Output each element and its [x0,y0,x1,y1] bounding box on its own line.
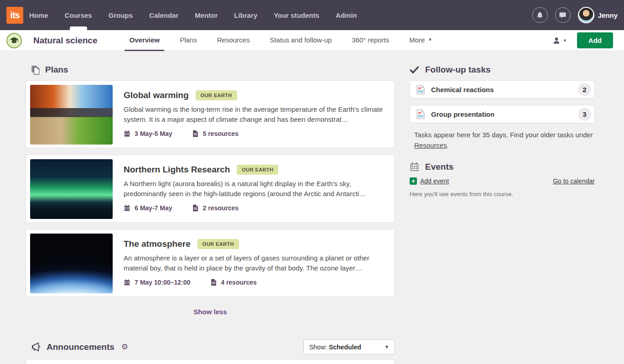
events-actions-row: + Add event Go to calendar [410,177,595,185]
plan-card-northern-lights[interactable]: Northern Lights Research OUR EARTH A Nor… [26,155,395,223]
followup-note-text: Tasks appear here for 35 days. Find your… [414,131,593,139]
nav-right-controls: Jenny [525,7,618,23]
tab-overview[interactable]: Overview [125,30,164,51]
calendar-icon [124,204,130,211]
assignment-icon [416,85,425,94]
announcements-header-row: Announcements ⚙ Show: Scheduled ▼ [26,339,395,354]
active-nav-indicator [70,26,87,30]
plan-card-the-atmosphere[interactable]: The atmosphere OUR EARTH An atmosphere i… [26,229,395,297]
followup-heading: Follow-up tasks [425,65,491,75]
topic-badge: OUR EARTH [196,90,237,100]
document-icon [192,130,198,137]
plan-card-body: The atmosphere OUR EARTH An atmosphere i… [124,234,390,292]
plans-section-header: Plans [26,65,395,75]
followup-note: Tasks appear here for 35 days. Find your… [414,130,595,151]
events-section-header: Events [410,162,595,172]
nav-item-library[interactable]: Library [234,11,257,19]
topic-badge: OUR EARTH [237,165,278,175]
main-menu: Home Courses Groups Calendar Mentor Libr… [29,11,374,19]
nav-item-courses[interactable]: Courses [65,11,92,19]
user-name[interactable]: Jenny [598,11,618,19]
plan-title[interactable]: The atmosphere [124,239,191,249]
show-less-link[interactable]: Show less [26,308,395,316]
plan-resources: 4 resources [211,279,257,286]
tab-more-label: More [409,36,425,44]
task-group-presentation[interactable]: Group presentation 3 [410,105,595,123]
task-chemical-reactions[interactable]: Chemical reactions 2 [410,80,595,99]
plans-pages-icon [31,65,40,75]
plan-date: 7 May 10:00–12:00 [124,279,190,286]
plan-title[interactable]: Northern Lights Research [124,165,230,175]
plan-image-global-warming [30,85,113,145]
plan-description: A Northern light (aurora borealis) is a … [124,179,390,199]
tab-plans[interactable]: Plans [175,30,202,51]
notifications-button[interactable] [532,7,548,23]
calendar-icon [124,130,130,137]
plan-description: An atmosphere is a layer or a set of lay… [124,253,390,273]
document-icon [211,279,217,286]
graduation-cap-icon [10,36,19,45]
filter-label: Show: [309,343,327,351]
nav-item-admin[interactable]: Admin [336,11,357,19]
add-event-button[interactable]: + Add event [410,177,449,185]
task-title: Chemical reactions [431,86,494,94]
course-bar-right: ▼ Add [552,32,613,48]
sidebar-column: Follow-up tasks Chemical reactions 2 Gro… [410,65,595,364]
tab-more[interactable]: More ▼ [405,30,437,51]
topic-badge: OUR EARTH [198,239,239,249]
announcements-settings-gear-icon[interactable]: ⚙ [121,343,128,351]
checkmark-icon [410,66,419,74]
chat-bubble-icon [559,11,567,19]
messages-button[interactable] [555,7,571,23]
nav-item-groups[interactable]: Groups [109,11,133,19]
course-tabs: Overview Plans Resources Status and foll… [119,30,442,51]
add-button[interactable]: Add [577,32,613,48]
plan-description: Global warming is the long-term rise in … [124,104,390,125]
plans-heading: Plans [45,65,68,75]
chevron-down-icon: ▼ [563,38,567,43]
nav-item-mentor[interactable]: Mentor [195,11,218,19]
plan-resources-label: 5 resources [203,130,239,137]
chevron-down-icon: ▼ [385,344,389,349]
plan-date: 6 May-7 May [124,204,172,212]
document-icon [192,204,198,212]
task-title: Group presentation [431,110,494,118]
task-count-badge: 2 [578,83,591,96]
course-icon[interactable] [6,33,22,48]
calendar-icon [124,279,130,286]
tab-status-follow-up[interactable]: Status and follow-up [265,30,336,51]
plus-icon: + [410,177,417,185]
calendar-icon [410,162,419,172]
plan-card-body: Global warming OUR EARTH Global warming … [124,85,390,144]
itslearning-logo[interactable]: its [6,7,23,24]
user-avatar[interactable] [578,7,594,23]
nav-item-your-students[interactable]: Your students [274,11,319,19]
nav-item-calendar[interactable]: Calendar [149,11,178,19]
followup-section-header: Follow-up tasks [410,65,595,75]
person-icon [552,36,561,45]
chevron-down-icon: ▼ [428,37,432,42]
filter-value: Scheduled [329,343,361,351]
tab-360-reports[interactable]: 360° reports [347,30,394,51]
participants-menu-button[interactable]: ▼ [552,36,567,45]
goto-calendar-link[interactable]: Go to calendar [553,177,595,185]
plan-resources-label: 2 resources [203,204,239,212]
plan-resources-label: 4 resources [221,279,257,286]
course-title: Natural science [33,36,97,46]
plan-title[interactable]: Global warming [124,90,189,100]
plan-date-label: 6 May-7 May [135,204,172,212]
resources-link[interactable]: Resources [414,141,447,149]
followup-note-period: . [447,141,449,149]
plan-date-label: 7 May 10:00–12:00 [135,279,190,286]
tab-resources[interactable]: Resources [213,30,255,51]
events-heading: Events [425,162,453,172]
course-header-bar: Natural science Overview Plans Resources… [0,30,624,51]
plan-card-global-warming[interactable]: Global warming OUR EARTH Global warming … [26,80,395,148]
add-event-label[interactable]: Add event [420,177,449,185]
plan-date-label: 3 May-5 May [135,130,172,137]
plan-date: 3 May-5 May [124,130,172,137]
task-count-badge: 3 [578,108,591,121]
plan-image-northern-lights [30,159,113,219]
announcements-filter-dropdown[interactable]: Show: Scheduled ▼ [303,339,395,354]
nav-item-home[interactable]: Home [29,11,48,19]
